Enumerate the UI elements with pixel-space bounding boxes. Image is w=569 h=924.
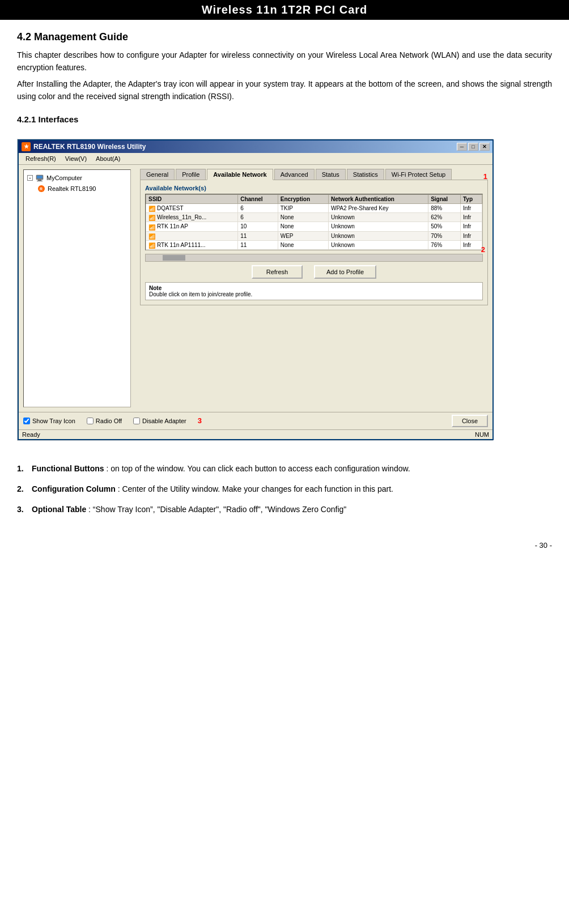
- page-number: - 30 -: [0, 535, 569, 555]
- list-text-1: Functional Buttons : on top of the windo…: [32, 462, 552, 475]
- show-tray-checkbox[interactable]: [23, 418, 30, 424]
- computer-icon: [35, 173, 44, 182]
- tab-panel: 1 Available Network(s) SSID Channel Encr…: [140, 180, 488, 306]
- cell-encryption: None: [278, 241, 328, 250]
- section-title: 4.2 Management Guide: [17, 31, 552, 43]
- col-signal: Signal: [428, 194, 461, 203]
- cell-auth: Unknown: [329, 222, 428, 231]
- cell-auth: Unknown: [329, 241, 428, 250]
- subsection-title: 4.2.1 Interfaces: [17, 114, 552, 124]
- menu-view[interactable]: View(V): [61, 154, 91, 163]
- cell-ssid: 📶Wireless_11n_Ro...: [146, 212, 238, 222]
- win-statusbar: Ready NUM: [19, 429, 492, 439]
- cell-signal: 62%: [428, 212, 461, 222]
- list-num-1: 1.: [17, 462, 28, 475]
- tree-child[interactable]: R Realtek RTL8190: [26, 184, 128, 194]
- list-num-3: 3.: [17, 503, 28, 516]
- networks-table-scroll[interactable]: SSID Channel Encryption Network Authenti…: [145, 194, 483, 251]
- tab-general[interactable]: General: [140, 169, 175, 180]
- add-to-profile-button[interactable]: Add to Profile: [314, 265, 376, 279]
- network-icon: 📶: [148, 233, 155, 239]
- disable-adapter-checkbox-row[interactable]: Disable Adapter: [133, 418, 186, 424]
- tab-profile[interactable]: Profile: [176, 169, 206, 180]
- win-menubar: Refresh(R) View(V) About(A): [19, 153, 492, 165]
- radio-off-checkbox[interactable]: [87, 418, 94, 424]
- network-icon: 📶: [148, 206, 155, 211]
- win-titlebar: ★ REALTEK RTL8190 Wireless Utility ─ □ ✕: [19, 140, 492, 153]
- disable-adapter-checkbox[interactable]: [133, 418, 140, 424]
- cell-ssid: 📶DQATEST: [146, 203, 238, 212]
- win-dialog: ★ REALTEK RTL8190 Wireless Utility ─ □ ✕…: [18, 139, 494, 440]
- cell-type: Infr: [461, 241, 482, 250]
- menu-about[interactable]: About(A): [91, 154, 125, 163]
- table-row[interactable]: 📶Wireless_11n_Ro...6NoneUnknown62%Infr: [146, 212, 482, 222]
- dialog-close-button[interactable]: Close: [452, 415, 488, 427]
- menu-refresh[interactable]: Refresh(R): [21, 154, 61, 163]
- list-detail-1: : on top of the window. You can click ea…: [104, 464, 410, 473]
- titlebar-text: REALTEK RTL8190 Wireless Utility: [33, 143, 146, 151]
- cell-type: Infr: [461, 203, 482, 212]
- tab-advanced[interactable]: Advanced: [274, 169, 315, 180]
- svg-rect-3: [37, 176, 43, 178]
- list-text-3: Optional Table : “Show Tray Icon”, "Disa…: [32, 503, 552, 516]
- h-scrollbar[interactable]: [145, 254, 483, 262]
- section-para1: This chapter describes how to configure …: [17, 49, 552, 74]
- col-ssid: SSID: [146, 194, 238, 203]
- list-term-3: Optional Table: [32, 505, 86, 514]
- cell-channel: 11: [238, 231, 278, 240]
- cell-signal: 70%: [428, 231, 461, 240]
- note-box: Note Double click on item to join/create…: [145, 282, 483, 300]
- svg-rect-1: [38, 180, 41, 181]
- section-para2: After Installing the Adapter, the Adapte…: [17, 78, 552, 103]
- show-tray-checkbox-row[interactable]: Show Tray Icon: [23, 418, 75, 424]
- tree-child-label: Realtek RTL8190: [48, 185, 96, 192]
- network-icon: 📶: [148, 224, 155, 230]
- titlebar-buttons[interactable]: ─ □ ✕: [457, 143, 490, 151]
- table-header-row: SSID Channel Encryption Network Authenti…: [146, 194, 482, 203]
- table-row[interactable]: 📶11WEPUnknown70%Infr: [146, 231, 482, 240]
- action-buttons: Refresh Add to Profile: [145, 265, 483, 279]
- cell-channel: 6: [238, 212, 278, 222]
- table-row[interactable]: 📶RTK 11n AP10NoneUnknown50%Infr: [146, 222, 482, 231]
- list-detail-2: : Center of the Utility window. Make you…: [116, 484, 393, 493]
- cell-auth: WPA2 Pre-Shared Key: [329, 203, 428, 212]
- tree-collapse-icon[interactable]: -: [27, 175, 33, 181]
- list-text-2: Configuration Column : Center of the Uti…: [32, 483, 552, 495]
- list-term-2: Configuration Column: [32, 484, 116, 493]
- refresh-button[interactable]: Refresh: [252, 265, 303, 279]
- tab-wifi-protect[interactable]: Wi-Fi Protect Setup: [385, 169, 452, 180]
- table-row[interactable]: 📶DQATEST6TKIPWPA2 Pre-Shared Key88%Infr: [146, 203, 482, 212]
- cell-type: Infr: [461, 212, 482, 222]
- cell-signal: 50%: [428, 222, 461, 231]
- win-body: - MyComputer R: [19, 165, 492, 412]
- cell-encryption: TKIP: [278, 203, 328, 212]
- radio-off-checkbox-row[interactable]: Radio Off: [87, 418, 122, 424]
- note-text: Double click on item to join/create prof…: [149, 291, 252, 297]
- cell-ssid: 📶RTK 11n AP1111...: [146, 241, 238, 250]
- network-icon: 📶: [148, 242, 155, 248]
- maximize-button[interactable]: □: [468, 143, 478, 151]
- minimize-button[interactable]: ─: [457, 143, 467, 151]
- tab-available-network[interactable]: Available Network: [207, 169, 273, 180]
- svg-text:R: R: [40, 187, 43, 191]
- tab-statistics[interactable]: Statistics: [347, 169, 384, 180]
- page-header: Wireless 11n 1T2R PCI Card: [0, 0, 569, 20]
- cell-ssid: 📶: [146, 231, 238, 240]
- win-tree: - MyComputer R: [23, 169, 131, 407]
- cell-auth: Unknown: [329, 212, 428, 222]
- list-section: 1. Functional Buttons : on top of the wi…: [17, 462, 552, 516]
- disable-adapter-label: Disable Adapter: [142, 418, 186, 424]
- tab-status[interactable]: Status: [316, 169, 346, 180]
- table-row[interactable]: 📶RTK 11n AP1111...11NoneUnknown76%Infr: [146, 241, 482, 250]
- cell-encryption: WEP: [278, 231, 328, 240]
- annotation-2: 2: [481, 245, 485, 254]
- h-scrollbar-thumb[interactable]: [163, 255, 185, 261]
- status-right: NUM: [475, 431, 489, 438]
- col-channel: Channel: [238, 194, 278, 203]
- list-detail-3: : “Show Tray Icon”, "Disable Adapter", "…: [86, 505, 346, 514]
- close-window-button[interactable]: ✕: [479, 143, 490, 151]
- annotation-1: 1: [483, 172, 487, 181]
- col-encryption: Encryption: [278, 194, 328, 203]
- tree-root[interactable]: - MyComputer: [26, 172, 128, 184]
- tab-bar: General Profile Available Network Advanc…: [140, 168, 488, 180]
